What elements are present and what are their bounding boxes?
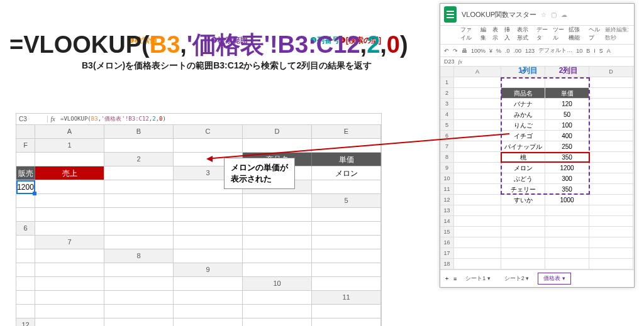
sheet-tabs[interactable]: ＋ ≡ シート1 ▾ シート2 ▾ 価格表 ▾ — [440, 269, 634, 287]
cell[interactable]: 350 — [545, 184, 589, 195]
cell[interactable] — [589, 77, 633, 88]
toolbar-button[interactable]: 10 — [576, 48, 582, 54]
cell[interactable] — [589, 173, 633, 184]
cell[interactable] — [174, 236, 243, 249]
cell[interactable]: 商品名 — [501, 88, 545, 99]
cell[interactable] — [545, 237, 589, 248]
cell[interactable] — [16, 291, 35, 305]
toolbar-button[interactable]: ↶ — [444, 48, 449, 54]
row-header[interactable]: 11 — [440, 184, 454, 195]
cloud-icon[interactable]: ☁ — [561, 11, 567, 18]
cell[interactable] — [589, 99, 633, 109]
cell[interactable]: メロン — [501, 163, 545, 173]
cell[interactable] — [312, 222, 381, 236]
cell[interactable] — [35, 318, 104, 326]
cell[interactable]: ぶどう — [501, 173, 545, 184]
cell[interactable] — [243, 236, 312, 249]
cell[interactable]: 350 — [545, 152, 589, 163]
menu-item[interactable]: ヘルプ — [589, 26, 601, 42]
cell[interactable] — [454, 259, 501, 269]
cell[interactable] — [243, 208, 312, 222]
cell[interactable]: 50 — [545, 109, 589, 120]
menu-item[interactable]: 編集 — [480, 26, 488, 42]
menu-item[interactable]: 拡張機能 — [569, 26, 584, 42]
cell[interactable]: 300 — [545, 173, 589, 184]
row-header[interactable]: 1 — [440, 77, 454, 88]
cell[interactable] — [312, 249, 381, 263]
tab-sheet2[interactable]: シート2 ▾ — [499, 273, 535, 284]
cell[interactable] — [35, 263, 104, 277]
toolbar-button[interactable]: ↷ — [453, 48, 458, 54]
cell[interactable] — [243, 166, 312, 180]
cell[interactable] — [589, 259, 633, 269]
cell[interactable] — [243, 249, 312, 263]
cell[interactable]: バナナ — [501, 99, 545, 109]
name-box[interactable]: C3 — [16, 116, 48, 122]
row-header[interactable]: 9 — [440, 163, 454, 173]
tab-pricesheet[interactable]: 価格表 ▾ — [538, 273, 571, 285]
cell[interactable] — [174, 180, 243, 194]
toolbar-button[interactable]: .0 — [505, 48, 510, 54]
cell[interactable] — [35, 180, 104, 194]
cell[interactable] — [312, 208, 381, 222]
cell[interactable] — [312, 236, 381, 249]
row-header[interactable]: 4 — [440, 109, 454, 120]
cell[interactable] — [104, 318, 174, 326]
cell[interactable]: りんご — [501, 120, 545, 131]
cell[interactable] — [454, 195, 501, 205]
row-header[interactable]: 6 — [440, 131, 454, 141]
cell[interactable] — [16, 263, 35, 277]
cell[interactable] — [243, 263, 312, 277]
cell[interactable]: 1200 — [16, 180, 35, 194]
cell[interactable] — [454, 227, 501, 237]
row-header[interactable]: 7 — [440, 141, 454, 152]
cell[interactable] — [104, 236, 174, 249]
cell[interactable] — [16, 236, 35, 249]
cell[interactable] — [312, 318, 381, 326]
cell[interactable] — [174, 139, 243, 153]
col-header[interactable]: F — [16, 139, 35, 153]
cell[interactable] — [104, 166, 174, 180]
row-header[interactable]: 13 — [440, 205, 454, 216]
cell[interactable] — [589, 184, 633, 195]
cell[interactable] — [312, 180, 381, 194]
cell[interactable]: 1000 — [545, 195, 589, 205]
cell[interactable] — [589, 109, 633, 120]
cell[interactable] — [589, 237, 633, 248]
cell[interactable] — [104, 305, 174, 318]
cell[interactable] — [501, 248, 545, 259]
cell[interactable]: すいか — [501, 195, 545, 205]
cell[interactable] — [104, 180, 174, 194]
cell[interactable] — [454, 77, 501, 88]
toolbar-button[interactable]: S — [599, 48, 603, 54]
cell[interactable] — [454, 141, 501, 152]
row-header[interactable]: 15 — [440, 227, 454, 237]
cell[interactable] — [501, 237, 545, 248]
cell[interactable] — [454, 173, 501, 184]
move-icon[interactable]: ▢ — [551, 11, 557, 18]
row-header[interactable]: 5 — [440, 120, 454, 131]
cell[interactable] — [104, 263, 174, 277]
cell[interactable] — [35, 208, 104, 222]
toolbar-button[interactable]: 100% — [471, 48, 486, 54]
menu-item[interactable]: 表示形式 — [517, 26, 533, 42]
cell[interactable] — [589, 88, 633, 99]
cell[interactable] — [545, 216, 589, 227]
col-header[interactable]: D — [589, 67, 633, 77]
cell[interactable]: イチゴ — [501, 131, 545, 141]
row-header[interactable]: 9 — [174, 263, 243, 277]
star-icon[interactable]: ☆ — [541, 11, 547, 18]
toolbar-button[interactable]: A — [607, 48, 611, 54]
cell[interactable] — [454, 205, 501, 216]
menu-item[interactable]: 挿入 — [504, 26, 512, 42]
cell[interactable] — [35, 222, 104, 236]
cell[interactable] — [16, 249, 35, 263]
cell[interactable] — [545, 259, 589, 269]
cell[interactable] — [16, 153, 35, 166]
doc-title[interactable]: VLOOKUP関数マスター ☆ ▢ ☁ — [462, 10, 567, 19]
cell[interactable]: みかん — [501, 109, 545, 120]
cell[interactable] — [243, 318, 312, 326]
cell[interactable] — [454, 237, 501, 248]
cell[interactable]: 商品名 — [243, 153, 312, 166]
toolbar-button[interactable]: B — [586, 48, 590, 54]
